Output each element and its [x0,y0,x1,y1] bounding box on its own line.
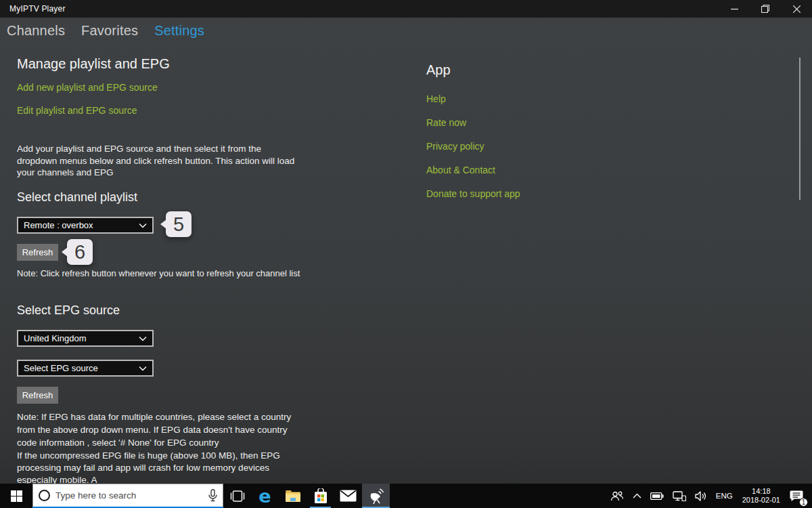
mail-app-button[interactable] [334,484,362,508]
edge-icon: e [258,487,271,505]
network-button[interactable] [671,484,688,508]
tab-favorites[interactable]: Favorites [81,23,138,39]
myiptv-app-button[interactable] [362,484,390,508]
store-icon [313,488,328,504]
epg-source-heading: Select EPG source [17,303,120,318]
edit-playlist-link[interactable]: Edit playlist and EPG source [17,105,137,116]
taskbar-search[interactable] [32,484,223,508]
donate-link[interactable]: Donate to support app [426,188,520,199]
titlebar: MyIPTV Player [0,0,812,18]
restore-icon [761,5,769,13]
pinned-apps: e [223,484,390,508]
microphone-icon[interactable] [208,489,217,502]
epg-country-note: Note: If EPG has data for multiple count… [17,410,304,449]
language-indicator[interactable]: ENG [714,484,735,508]
store-app-button[interactable] [307,484,334,508]
file-explorer-icon [285,490,301,503]
step-callout-6: 6 [67,239,93,265]
battery-icon [650,492,664,500]
epg-source-value: Select EPG source [24,363,98,373]
manage-heading: Manage playlist and EPG [17,56,170,72]
show-hidden-icons-button[interactable] [631,484,644,508]
task-view-icon [230,490,245,502]
start-button[interactable] [0,484,32,508]
channel-playlist-dropdown[interactable]: Remote : overbox [17,217,154,234]
network-icon [673,491,686,501]
language-label: ENG [716,492,733,500]
epg-size-note: If the uncompressed EPG file is huge (ab… [17,450,304,486]
close-icon [793,5,800,13]
tab-channels[interactable]: Channels [7,23,65,39]
channel-playlist-value: Remote : overbox [24,220,93,230]
mail-icon [340,490,357,502]
task-view-button[interactable] [223,484,251,508]
chevron-up-icon [633,493,641,499]
notification-count-badge: 1 [799,498,808,507]
time-label: 14:18 [742,487,780,496]
file-explorer-button[interactable] [279,484,307,508]
action-center-button[interactable]: 1 [788,484,805,508]
close-button[interactable] [781,0,812,18]
channel-playlist-heading: Select channel playlist [17,190,137,205]
rate-now-link[interactable]: Rate now [426,117,466,128]
scrollbar-thumb[interactable] [799,58,800,200]
chevron-down-icon [139,336,147,341]
cortana-icon [39,490,50,501]
help-link[interactable]: Help [426,93,446,104]
clock[interactable]: 14:18 2018-02-01 [740,487,783,505]
edge-app-button[interactable]: e [251,484,279,508]
chevron-down-icon [139,223,147,228]
volume-button[interactable] [693,484,709,508]
tab-settings[interactable]: Settings [154,23,204,39]
speaker-icon [695,491,707,501]
channel-refresh-note: Note: Click refresh button whenever you … [17,268,315,280]
satellite-dish-icon [367,487,385,505]
windows-logo-icon [11,490,22,502]
taskbar: e [0,484,812,508]
window-title: MyIPTV Player [0,4,66,14]
minimize-button[interactable] [719,0,750,18]
app-window: Channels Favorites Settings Manage playl… [0,18,812,484]
restore-button[interactable] [750,0,781,18]
window-controls [719,0,812,18]
about-contact-link[interactable]: About & Contact [426,165,495,175]
battery-button[interactable] [648,484,666,508]
people-button[interactable] [608,484,626,508]
refresh-epg-button[interactable]: Refresh [17,387,58,404]
minimize-icon [731,5,738,13]
people-icon [610,491,624,501]
manage-description: Add your playlist and EPG source and the… [17,143,296,179]
date-label: 2018-02-01 [742,496,780,505]
epg-source-dropdown[interactable]: Select EPG source [17,360,154,377]
privacy-policy-link[interactable]: Privacy policy [426,141,484,152]
step-callout-5: 5 [166,211,191,237]
search-input[interactable] [55,490,203,501]
system-tray: ENG 14:18 2018-02-01 1 [608,484,812,508]
epg-country-value: United Kingdom [24,333,87,343]
chevron-down-icon [139,366,147,371]
top-nav: Channels Favorites Settings [7,23,204,39]
app-section-heading: App [426,62,451,78]
refresh-playlist-button[interactable]: Refresh [17,244,58,261]
epg-country-dropdown[interactable]: United Kingdom [17,330,154,347]
add-playlist-link[interactable]: Add new playlist and EPG source [17,82,158,93]
